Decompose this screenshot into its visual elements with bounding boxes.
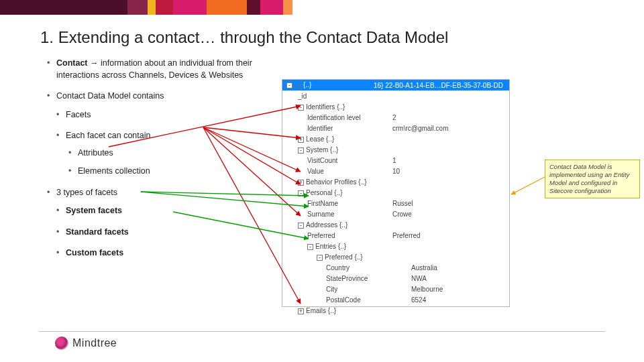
svg-line-9 bbox=[511, 177, 545, 194]
tree-row: +Emails {..} bbox=[282, 305, 509, 316]
tree-row: +Behavior Profiles {..} bbox=[282, 176, 509, 187]
bullet-custom-facets: Custom facets bbox=[56, 247, 288, 259]
logo-text: Mindtree bbox=[72, 337, 117, 349]
bullet-facets: Facets bbox=[56, 109, 288, 121]
tree-row: Identifiercrm\rc@gmail.com bbox=[282, 123, 509, 133]
bullet-each-facet: Each facet can contain Attributes Elemen… bbox=[56, 130, 288, 178]
bullet-system-facets: System facets bbox=[56, 205, 288, 217]
slide-title: 1. Extending a contact… through the Cont… bbox=[40, 28, 448, 47]
tree-row: -System {..} bbox=[282, 144, 509, 155]
bullet-attributes: Attributes bbox=[66, 147, 288, 160]
tree-row: -{..} 16} 22-B0-A1-14-EB…DF-EB-35-37-0B-… bbox=[282, 80, 509, 90]
tree-row: CountryAustralia bbox=[282, 262, 509, 273]
tree-row: SurnameCrowe bbox=[282, 208, 509, 219]
footer-divider bbox=[39, 331, 605, 332]
tree-row: PostalCode6524 bbox=[282, 294, 509, 305]
expand-icon: + bbox=[298, 180, 304, 186]
logo-icon bbox=[55, 337, 68, 350]
tree-row: FirstNameRussel bbox=[282, 198, 509, 208]
bullet-cdm: Contact Data Model contains Facets Each … bbox=[47, 90, 288, 178]
tree-row: CityMelbourne bbox=[282, 284, 509, 294]
bullet-types: 3 types of facets System facets Standard… bbox=[47, 187, 288, 259]
data-tree: -{..} 16} 22-B0-A1-14-EB…DF-EB-35-37-0B-… bbox=[282, 79, 510, 307]
collapse-icon: - bbox=[298, 105, 304, 111]
tree-row: -Addresses {..} bbox=[282, 219, 509, 230]
expand-icon: + bbox=[298, 137, 304, 143]
collapse-icon: - bbox=[307, 244, 313, 250]
tree-row: StateProvinceNWA bbox=[282, 273, 509, 284]
collapse-icon: - bbox=[317, 255, 323, 261]
bullet-elements: Elements collection bbox=[66, 166, 288, 178]
brand-stripe bbox=[0, 0, 644, 15]
tree-row: Identification level2 bbox=[282, 112, 509, 123]
collapse-icon: - bbox=[298, 190, 304, 196]
collapse-icon: - bbox=[298, 223, 304, 229]
braces-icon bbox=[294, 82, 301, 89]
tree-row: -Entries {..} bbox=[282, 241, 509, 251]
expand-icon: + bbox=[298, 308, 304, 314]
tree-row: _id bbox=[282, 90, 509, 101]
tree-row: -Preferred {..} bbox=[282, 251, 509, 262]
tree-row: VisitCount1 bbox=[282, 155, 509, 166]
collapse-icon: - bbox=[298, 147, 304, 154]
tree-row: -Personal {..} bbox=[282, 187, 509, 198]
callout-note: Contact Data Model is implemented using … bbox=[545, 160, 640, 198]
tree-row: +Lease {..} bbox=[282, 133, 509, 144]
bullet-contact: Contact → information about an individua… bbox=[47, 58, 288, 81]
tree-row: Value10 bbox=[282, 166, 509, 176]
bullet-content: Contact → information about an individua… bbox=[47, 58, 288, 269]
bullet-standard-facets: Standard facets bbox=[56, 227, 288, 239]
brand-logo: Mindtree bbox=[55, 337, 117, 350]
tree-row: -Identifiers {..} bbox=[282, 101, 509, 112]
tree-row: PreferredPreferred bbox=[282, 230, 509, 241]
